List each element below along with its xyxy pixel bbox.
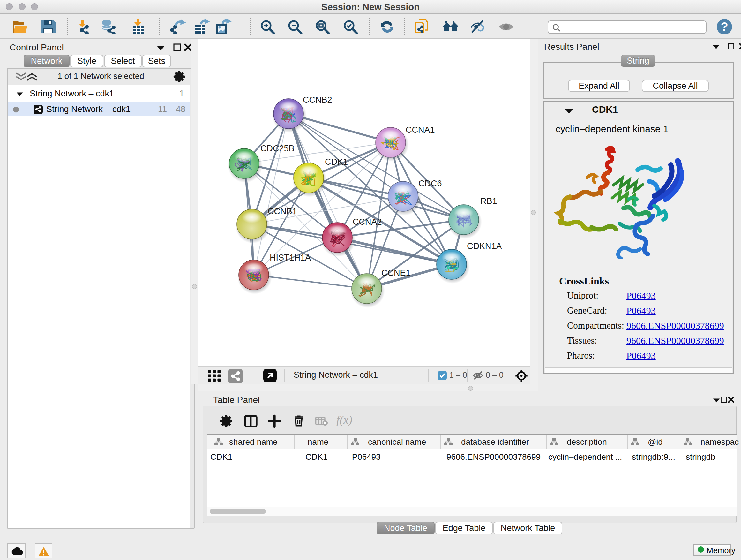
svg-text:RB1: RB1 — [480, 196, 497, 206]
svg-text:HIST1H1A: HIST1H1A — [270, 253, 311, 262]
svg-text:CCNB1: CCNB1 — [268, 206, 297, 216]
svg-text:CDC25B: CDC25B — [260, 144, 294, 153]
svg-text:CDK1: CDK1 — [325, 157, 348, 167]
svg-text:CCNE1: CCNE1 — [381, 268, 411, 278]
svg-text:?: ? — [721, 20, 728, 34]
svg-text:CDKN1A: CDKN1A — [467, 241, 502, 251]
svg-text:CCNA2: CCNA2 — [353, 217, 382, 227]
svg-text:CCNB2: CCNB2 — [303, 95, 332, 105]
svg-text:CCNA1: CCNA1 — [406, 125, 435, 135]
svg-text:CDC6: CDC6 — [418, 179, 442, 188]
